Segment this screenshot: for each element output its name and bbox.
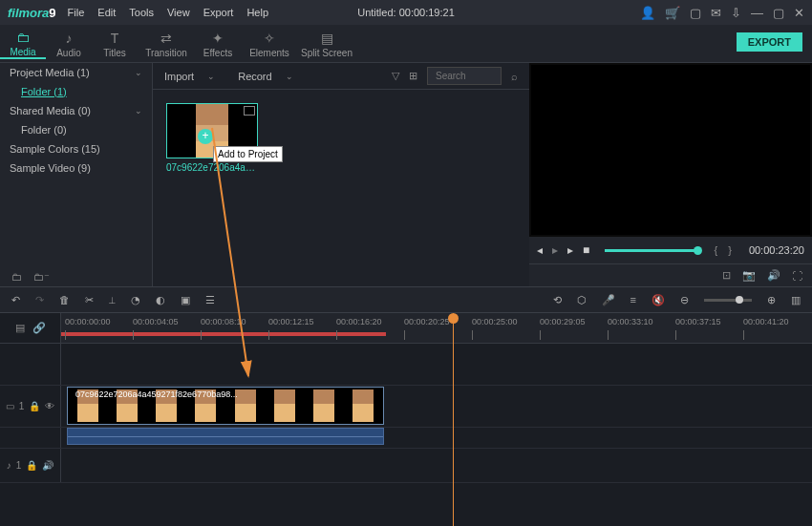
mark-in-out-icon[interactable]: { }	[714, 244, 735, 256]
mixer-icon[interactable]: ≡	[630, 294, 636, 305]
clip-options-icon[interactable]	[244, 106, 255, 116]
audio-attached-track[interactable]	[0, 428, 812, 449]
menu-tools[interactable]: Tools	[129, 7, 154, 18]
green-screen-icon[interactable]: ▣	[181, 294, 190, 306]
playhead[interactable]	[453, 313, 454, 526]
sidebar-folder-1[interactable]: Folder (1)	[0, 82, 152, 101]
prev-frame-icon[interactable]: ◂	[537, 243, 543, 257]
media-sidebar: Project Media (1)⌄ Folder (1) Shared Med…	[0, 63, 153, 286]
advanced-icon[interactable]: ☰	[205, 294, 215, 306]
video-track-icon: ▭	[6, 401, 14, 411]
voiceover-icon[interactable]: 🎤	[602, 294, 615, 306]
stop-icon[interactable]: ■	[583, 243, 589, 257]
video-clip[interactable]: 07c9622e7206a4a459271f82e6770ba98...	[67, 387, 384, 425]
ruler-tick: 00:00:12:15	[268, 317, 314, 326]
mute-icon[interactable]: 🔇	[652, 294, 665, 306]
import-button[interactable]: Import	[164, 71, 194, 82]
clip-name-label: 07c9622e7206a4a459271f82e6770ba98...	[75, 389, 238, 399]
audio-track-1[interactable]: ♪1 🔒 🔊	[0, 449, 812, 483]
sidebar-sample-colors[interactable]: Sample Colors (15)	[0, 139, 152, 158]
zoom-fit-icon[interactable]: ▥	[791, 294, 801, 306]
chevron-down-icon[interactable]: ⌄	[286, 72, 293, 81]
zoom-in-icon[interactable]: ⊕	[767, 294, 776, 306]
ruler-tick: 00:00:37:15	[675, 317, 721, 326]
chevron-down-icon: ⌄	[135, 68, 142, 77]
zoom-slider[interactable]	[704, 299, 752, 302]
menu-edit[interactable]: Edit	[97, 7, 116, 18]
clip-thumbnail[interactable]: + Add to Project	[166, 103, 258, 158]
menu-file[interactable]: File	[68, 7, 85, 18]
maximize-icon[interactable]: ▢	[773, 6, 784, 20]
visibility-icon[interactable]: 👁	[45, 401, 54, 411]
lock-icon[interactable]: 🔒	[26, 460, 37, 471]
menu-help[interactable]: Help	[246, 7, 268, 18]
sidebar-project-media[interactable]: Project Media (1)⌄	[0, 63, 152, 82]
undo-icon[interactable]: ↶	[11, 294, 20, 306]
tab-effects[interactable]: ✦Effects	[195, 29, 241, 58]
fullscreen-icon[interactable]: ⛶	[792, 270, 802, 282]
grid-view-icon[interactable]: ⊞	[409, 70, 417, 82]
zoom-out-icon[interactable]: ⊖	[680, 294, 689, 306]
split-icon[interactable]: ✂	[85, 294, 94, 306]
marker-icon[interactable]: ⬡	[577, 294, 587, 306]
minimize-icon[interactable]: —	[751, 6, 763, 20]
time-ruler[interactable]: 00:00:00:0000:00:04:0500:00:08:1000:00:1…	[61, 313, 812, 343]
chevron-down-icon: ⌄	[135, 106, 142, 116]
audio-clip[interactable]	[67, 428, 384, 445]
link-icon[interactable]: 🔗	[32, 322, 46, 334]
record-button[interactable]: Record	[238, 71, 271, 82]
tab-titles[interactable]: TTitles	[92, 29, 138, 58]
redo-icon[interactable]: ↷	[35, 294, 44, 306]
render-icon[interactable]: ⟲	[553, 294, 562, 306]
ruler-tick: 00:00:29:05	[540, 317, 586, 326]
color-icon[interactable]: ◐	[156, 294, 165, 306]
mail-icon[interactable]: ✉	[711, 6, 721, 20]
package-icon[interactable]: ▢	[690, 6, 701, 20]
media-clip[interactable]: + Add to Project 07c9622e7206a4a4592...	[166, 103, 258, 173]
notification-icon[interactable]: ⇩	[731, 6, 741, 20]
menu-export[interactable]: Export	[203, 7, 234, 18]
search-input[interactable]	[427, 67, 502, 85]
new-folder-icon[interactable]: 🗀	[11, 271, 22, 284]
tab-split-screen[interactable]: ▤Split Screen	[298, 29, 355, 58]
chevron-down-icon[interactable]: ⌄	[207, 72, 215, 81]
crop-icon[interactable]: ⟂	[109, 294, 116, 305]
export-button[interactable]: EXPORT	[737, 32, 802, 52]
sidebar-folder-0[interactable]: Folder (0)	[0, 120, 152, 139]
sidebar-shared-media[interactable]: Shared Media (0)⌄	[0, 101, 152, 120]
mute-track-icon[interactable]: 🔊	[42, 460, 53, 471]
tab-media[interactable]: 🗀Media	[0, 28, 46, 59]
lock-icon[interactable]: 🔒	[29, 401, 40, 411]
tab-elements[interactable]: ✧Elements	[241, 29, 298, 58]
delete-folder-icon[interactable]: 🗀⁻	[33, 271, 50, 284]
timeline-toolbar: ↶ ↷ 🗑 ✂ ⟂ ◔ ◐ ▣ ☰ ⟲ ⬡ 🎤 ≡ 🔇 ⊖ ⊕ ▥	[0, 286, 812, 313]
playback-progress[interactable]	[605, 249, 698, 252]
work-area-bar[interactable]	[61, 332, 386, 336]
media-browser: Import ⌄ Record ⌄ ▽ ⊞ ⌕ + Add to Project…	[153, 63, 529, 286]
sidebar-sample-video[interactable]: Sample Video (9)	[0, 158, 152, 178]
filter-icon[interactable]: ▽	[392, 70, 399, 82]
title-bar: filmora9 File Edit Tools View Export Hel…	[0, 0, 812, 25]
menu-view[interactable]: View	[167, 7, 190, 18]
effects-icon: ✦	[195, 31, 241, 46]
browser-toolbar: Import ⌄ Record ⌄ ▽ ⊞ ⌕	[153, 63, 529, 90]
speed-icon[interactable]: ◔	[131, 294, 140, 306]
transition-icon: ⇄	[138, 31, 195, 46]
tab-transition[interactable]: ⇄Transition	[138, 29, 195, 58]
close-icon[interactable]: ✕	[794, 6, 804, 20]
delete-icon[interactable]: 🗑	[59, 294, 70, 305]
play-icon[interactable]: ▸	[567, 243, 573, 257]
preview-viewport[interactable]	[531, 65, 810, 235]
tab-audio[interactable]: ♪Audio	[46, 29, 92, 58]
quality-icon[interactable]: ⊡	[722, 269, 731, 282]
search-icon[interactable]: ⌕	[511, 71, 518, 82]
play-back-icon[interactable]: ▸	[552, 243, 558, 257]
track-manager-icon[interactable]: ▤	[15, 322, 25, 334]
video-track-1[interactable]: ▭1 🔒 👁 07c9622e7206a4a459271f82e6770ba98…	[0, 386, 812, 428]
cart-icon[interactable]: 🛒	[665, 6, 680, 20]
add-to-project-icon[interactable]: +	[198, 129, 213, 144]
volume-icon[interactable]: 🔊	[767, 269, 780, 282]
app-logo: filmora9	[8, 6, 56, 20]
account-icon[interactable]: 👤	[640, 6, 655, 20]
snapshot-icon[interactable]: 📷	[742, 269, 756, 282]
